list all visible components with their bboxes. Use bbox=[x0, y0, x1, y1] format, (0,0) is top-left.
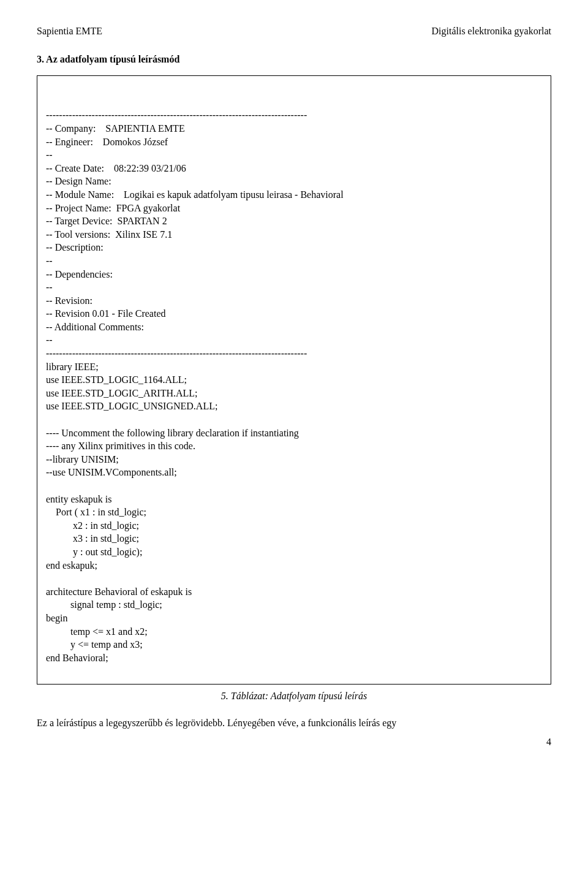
code-line: architecture Behavioral of eskapuk is bbox=[46, 585, 542, 599]
body-paragraph: Ez a leírástípus a legegyszerűbb és legr… bbox=[37, 716, 551, 730]
table-caption: 5. Táblázat: Adatfolyam típusú leírás bbox=[37, 689, 551, 703]
code-line: -- Project Name: FPGA gyakorlat bbox=[46, 202, 542, 215]
code-line: temp <= x1 and x2; bbox=[46, 625, 542, 639]
code-line: -- Description: bbox=[46, 241, 542, 254]
code-line: x2 : in std_logic; bbox=[46, 519, 542, 533]
code-line: end Behavioral; bbox=[46, 651, 542, 665]
code-line: -- Create Date: 08:22:39 03/21/06 bbox=[46, 162, 542, 175]
code-line: library IEEE; bbox=[46, 360, 542, 374]
code-line: ---- Uncomment the following library dec… bbox=[46, 427, 542, 440]
code-line bbox=[46, 413, 542, 427]
code-line: -- bbox=[46, 148, 542, 162]
code-line: use IEEE.STD_LOGIC_ARITH.ALL; bbox=[46, 387, 542, 400]
code-line: y : out std_logic); bbox=[46, 545, 542, 559]
code-line: -- Module Name: Logikai es kapuk adatfol… bbox=[46, 188, 542, 202]
code-line: end eskapuk; bbox=[46, 559, 542, 572]
section-title: 3. Az adatfolyam típusú leírásmód bbox=[37, 53, 551, 66]
code-line: Port ( x1 : in std_logic; bbox=[46, 506, 542, 519]
code-line: ----------------------------------------… bbox=[46, 347, 542, 360]
code-line: -- Engineer: Domokos József bbox=[46, 135, 542, 149]
code-line: --library UNISIM; bbox=[46, 453, 542, 466]
page-header: Sapientia EMTE Digitális elektronika gya… bbox=[37, 25, 551, 38]
code-line: entity eskapuk is bbox=[46, 493, 542, 506]
code-line: --use UNISIM.VComponents.all; bbox=[46, 466, 542, 479]
code-line: -- Company: SAPIENTIA EMTE bbox=[46, 122, 542, 135]
code-line: ----------------------------------------… bbox=[46, 108, 542, 122]
code-line: -- Tool versions: Xilinx ISE 7.1 bbox=[46, 228, 542, 241]
code-line: -- Design Name: bbox=[46, 175, 542, 188]
code-listing: ----------------------------------------… bbox=[46, 108, 542, 664]
code-line: ---- any Xilinx primitives in this code. bbox=[46, 439, 542, 453]
code-line bbox=[46, 572, 542, 585]
code-line bbox=[46, 479, 542, 493]
code-line: y <= temp and x3; bbox=[46, 638, 542, 651]
code-line: -- Dependencies: bbox=[46, 268, 542, 281]
header-left: Sapientia EMTE bbox=[37, 25, 102, 38]
code-line: -- bbox=[46, 333, 542, 347]
page-number: 4 bbox=[37, 735, 551, 749]
code-line: use IEEE.STD_LOGIC_1164.ALL; bbox=[46, 373, 542, 387]
code-line: -- bbox=[46, 281, 542, 294]
code-line: -- Target Device: SPARTAN 2 bbox=[46, 214, 542, 228]
code-line: signal temp : std_logic; bbox=[46, 598, 542, 612]
code-line: x3 : in std_logic; bbox=[46, 532, 542, 545]
header-right: Digitális elektronika gyakorlat bbox=[432, 25, 552, 38]
code-listing-box: ----------------------------------------… bbox=[37, 75, 551, 685]
code-line: -- Additional Comments: bbox=[46, 321, 542, 334]
code-line: -- Revision 0.01 - File Created bbox=[46, 307, 542, 321]
code-line: -- Revision: bbox=[46, 294, 542, 308]
code-line: use IEEE.STD_LOGIC_UNSIGNED.ALL; bbox=[46, 400, 542, 413]
code-line: begin bbox=[46, 612, 542, 625]
code-line: -- bbox=[46, 254, 542, 268]
